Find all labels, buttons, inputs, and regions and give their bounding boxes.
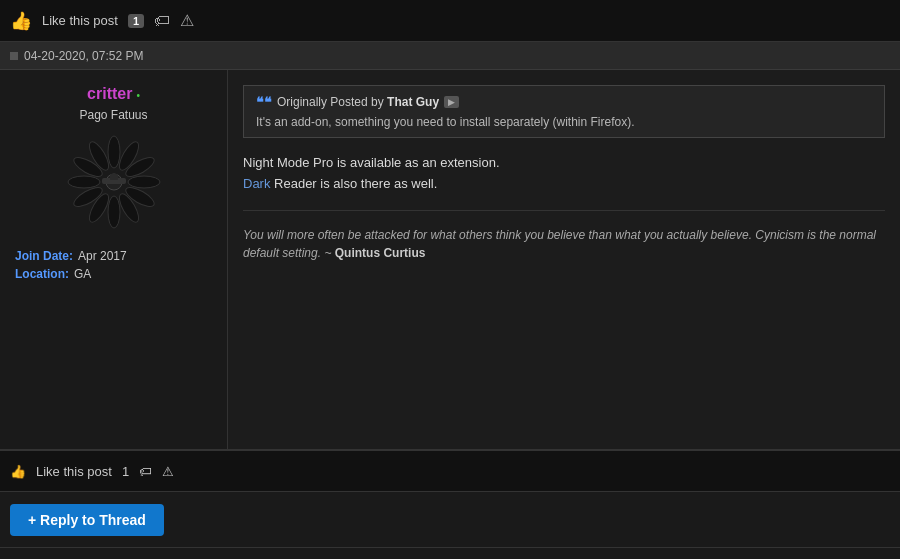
svg-rect-15 — [110, 174, 118, 180]
bottom-like-bar: 👍 Like this post 1 🏷 ⚠ — [0, 450, 900, 492]
top-like-bar: 👍 Like this post 1 🏷 ⚠ — [0, 0, 900, 42]
quote-author-name: That Guy — [387, 95, 439, 109]
online-indicator: • — [136, 90, 140, 101]
dark-reader-link[interactable]: Dark — [243, 176, 270, 191]
post-date: 04-20-2020, 07:52 PM — [24, 49, 143, 63]
post-body: Night Mode Pro is available as an extens… — [243, 153, 885, 195]
post-body-line2: Reader is also there as well. — [270, 176, 437, 191]
bottom-like-label[interactable]: Like this post — [36, 464, 112, 479]
join-date-label: Join Date: — [15, 249, 73, 263]
quote-text: It's an add-on, something you need to in… — [256, 115, 872, 129]
quote-attribution: Originally Posted by That Guy — [277, 95, 439, 109]
avatar — [54, 132, 174, 232]
reply-to-thread-button[interactable]: + Reply to Thread — [10, 504, 164, 536]
quote-header: ❝❝ Originally Posted by That Guy ▶ — [256, 94, 872, 110]
tag-icon[interactable]: 🏷 — [154, 12, 170, 30]
user-meta: Join Date: Apr 2017 Location: GA — [10, 249, 217, 285]
post-signature: You will more often be attacked for what… — [243, 210, 885, 262]
svg-point-4 — [128, 176, 160, 188]
user-title: Pago Fatuus — [79, 108, 147, 122]
post-area: critter • Pago Fatuus — [0, 70, 900, 450]
quote-view-post-icon[interactable]: ▶ — [444, 96, 459, 108]
warn-icon[interactable]: ⚠ — [180, 11, 194, 30]
bottom-tag-icon[interactable]: 🏷 — [139, 464, 152, 479]
like-label[interactable]: Like this post — [42, 13, 118, 28]
svg-point-1 — [108, 136, 120, 168]
quote-block: ❝❝ Originally Posted by That Guy ▶ It's … — [243, 85, 885, 138]
location-label: Location: — [15, 267, 69, 281]
bottom-warn-icon[interactable]: ⚠ — [162, 464, 174, 479]
join-date-value: Apr 2017 — [78, 249, 127, 263]
location-value: GA — [74, 267, 91, 281]
svg-point-7 — [108, 196, 120, 228]
nav-footer: « Previous Thread | Next Thread — [0, 547, 900, 559]
post-content: ❝❝ Originally Posted by That Guy ▶ It's … — [228, 70, 900, 449]
post-body-line1: Night Mode Pro is available as an extens… — [243, 155, 500, 170]
user-panel: critter • Pago Fatuus — [0, 70, 228, 449]
post-indicator-icon — [10, 52, 18, 60]
bottom-thumbs-up-icon: 👍 — [10, 464, 26, 479]
quote-icon: ❝❝ — [256, 94, 272, 110]
signature-author: Quintus Curtius — [335, 246, 426, 260]
svg-point-10 — [68, 176, 100, 188]
reply-area: + Reply to Thread — [0, 492, 900, 547]
signature-attr: ~ — [324, 246, 334, 260]
like-count-badge: 1 — [128, 14, 144, 28]
thumbs-up-icon: 👍 — [10, 10, 32, 32]
date-bar: 04-20-2020, 07:52 PM — [0, 42, 900, 70]
bottom-like-count-badge: 1 — [122, 464, 129, 479]
username[interactable]: critter — [87, 85, 132, 103]
